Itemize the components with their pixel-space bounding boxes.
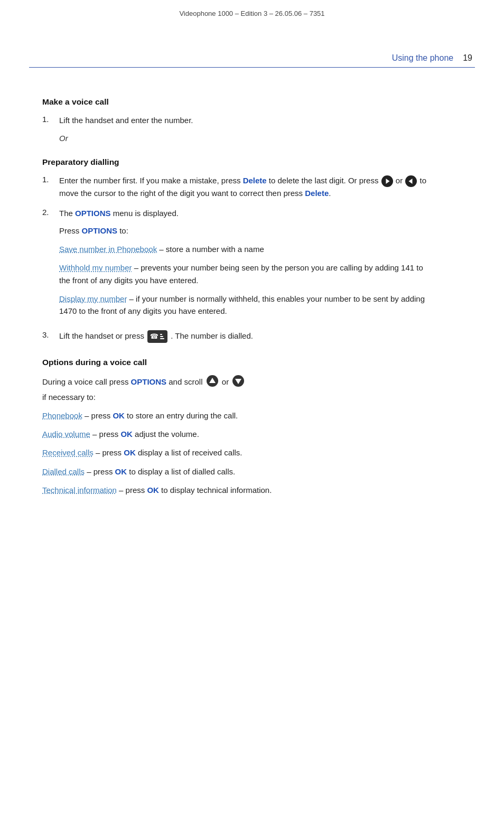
step3-prefix: Lift the handset or press bbox=[59, 331, 144, 340]
save-number-desc: – store a number with a name bbox=[157, 245, 264, 254]
left-nav-icon bbox=[381, 175, 393, 187]
step2-prefix: The bbox=[59, 209, 75, 218]
page-container: Videophone 1000 – Edition 3 – 26.05.06 –… bbox=[0, 0, 504, 830]
intro-prefix: During a voice call press bbox=[42, 377, 131, 386]
preparatory-list: 1. Enter the number first. If you make a… bbox=[42, 174, 433, 343]
step3-suffix: . The number is dialled. bbox=[171, 331, 253, 340]
technical-info-link: Technical information bbox=[42, 486, 117, 495]
prep-step3-content: Lift the handset or press ☎ . The number… bbox=[59, 330, 433, 343]
prep-step1-prefix: Enter the number first. If you make a mi… bbox=[59, 176, 243, 185]
scroll-up-icon bbox=[206, 375, 219, 390]
step2-options: OPTIONS bbox=[75, 209, 111, 218]
right-nav-icon bbox=[405, 175, 417, 187]
menu-item-display: Display my number – if your number is no… bbox=[59, 293, 433, 318]
prep-step2-content: The OPTIONS menu is displayed. Press OPT… bbox=[59, 207, 433, 323]
save-number-link: Save number in Phonebook bbox=[59, 245, 157, 254]
dialled-ok: OK bbox=[115, 467, 127, 476]
received-suffix: display a list of received calls. bbox=[136, 448, 242, 457]
make-voice-call-heading: Make a voice call bbox=[42, 97, 433, 107]
withhold-link: Withhold my number bbox=[59, 263, 132, 272]
press-options-line: Press OPTIONS to: bbox=[59, 225, 433, 237]
or-text: Or bbox=[59, 134, 433, 143]
signal-lines-icon bbox=[160, 334, 164, 339]
scroll-down-icon bbox=[232, 375, 245, 390]
prep-list-item-3: 3. Lift the handset or press ☎ . The num… bbox=[42, 330, 433, 343]
audio-prefix: – press bbox=[90, 430, 121, 439]
received-ok: OK bbox=[124, 448, 136, 457]
signal-bar-1 bbox=[160, 334, 162, 335]
press-label: Press bbox=[59, 226, 82, 235]
tech-prefix: – press bbox=[117, 486, 147, 495]
list-item: 1. Lift the handset and enter the number… bbox=[42, 114, 433, 126]
intro-or-text: or bbox=[222, 377, 229, 386]
audio-ok: OK bbox=[120, 430, 133, 439]
prep-list-item-1: 1. Enter the number first. If you make a… bbox=[42, 174, 433, 199]
delete-label-1: Delete bbox=[243, 176, 267, 185]
list-num-p3: 3. bbox=[42, 330, 54, 339]
press-to: to: bbox=[117, 226, 128, 235]
options-phonebook: Phonebook – press OK to store an entry d… bbox=[42, 409, 433, 422]
phonebook-prefix: – press bbox=[82, 411, 113, 420]
options-voice-call-heading: Options during a voice call bbox=[42, 358, 433, 367]
options-dialled-calls: Dialled calls – press OK to display a li… bbox=[42, 465, 433, 478]
audio-suffix: adjust the volume. bbox=[133, 430, 199, 439]
options-technical-info: Technical information – press OK to disp… bbox=[42, 484, 433, 496]
make-voice-call-list: 1. Lift the handset and enter the number… bbox=[42, 114, 433, 126]
call-button-icon: ☎ bbox=[147, 330, 167, 343]
intro-suffix: if necessary to: bbox=[42, 393, 96, 402]
intro-options-text: OPTIONS bbox=[131, 377, 167, 386]
display-number-link: Display my number bbox=[59, 294, 127, 303]
prep-list-item-2: 2. The OPTIONS menu is displayed. Press … bbox=[42, 207, 433, 323]
phone-icon: ☎ bbox=[150, 331, 158, 342]
prep-step1-content: Enter the number first. If you make a mi… bbox=[59, 174, 433, 199]
dialled-suffix: to display a list of dialled calls. bbox=[127, 467, 235, 476]
main-content: Make a voice call 1. Lift the handset an… bbox=[0, 68, 465, 520]
list-num-1: 1. bbox=[42, 114, 54, 124]
tech-ok: OK bbox=[147, 486, 159, 495]
signal-bar-3 bbox=[160, 338, 164, 339]
options-audio-volume: Audio volume – press OK adjust the volum… bbox=[42, 428, 433, 440]
list-num-p2: 2. bbox=[42, 207, 54, 217]
menu-item-save: Save number in Phonebook – store a numbe… bbox=[59, 243, 433, 255]
dialled-calls-link: Dialled calls bbox=[42, 467, 85, 476]
phonebook-link: Phonebook bbox=[42, 411, 82, 420]
phonebook-ok: OK bbox=[113, 411, 125, 420]
options-received-calls: Received calls – press OK display a list… bbox=[42, 446, 433, 459]
tech-suffix: to display technical information. bbox=[159, 486, 272, 495]
signal-bar-2 bbox=[160, 336, 163, 337]
options-block: Press OPTIONS to: Save number in Phonebo… bbox=[59, 225, 433, 318]
audio-volume-link: Audio volume bbox=[42, 430, 90, 439]
delete-label-2: Delete bbox=[305, 189, 329, 198]
preparatory-dialling-heading: Preparatory dialling bbox=[42, 157, 433, 167]
intro-mid: and scroll bbox=[166, 377, 202, 386]
header-text: Videophone 1000 – Edition 3 – 26.05.06 –… bbox=[179, 10, 324, 17]
options-intro-line: During a voice call press OPTIONS and sc… bbox=[42, 375, 433, 403]
menu-item-withhold: Withhold my number – prevents your numbe… bbox=[59, 262, 433, 286]
or-between-btns: or bbox=[396, 176, 405, 185]
prep-step1-mid: to delete the last digit. Or press bbox=[267, 176, 379, 185]
list-num-p1: 1. bbox=[42, 174, 54, 184]
section-title: Using the phone bbox=[392, 53, 454, 63]
received-prefix: – press bbox=[94, 448, 124, 457]
prep-step1-end: . bbox=[329, 189, 331, 198]
page-header: Videophone 1000 – Edition 3 – 26.05.06 –… bbox=[0, 0, 504, 22]
page-number: 19 bbox=[463, 53, 472, 63]
phonebook-suffix: to store an entry during the call. bbox=[125, 411, 238, 420]
received-calls-link: Received calls bbox=[42, 448, 94, 457]
step2-suffix: menu is displayed. bbox=[111, 209, 179, 218]
step1-text: Lift the handset and enter the number. bbox=[59, 114, 433, 126]
top-title-bar: Using the phone 19 bbox=[0, 22, 504, 67]
press-options-text: OPTIONS bbox=[82, 226, 118, 235]
dialled-prefix: – press bbox=[85, 467, 115, 476]
